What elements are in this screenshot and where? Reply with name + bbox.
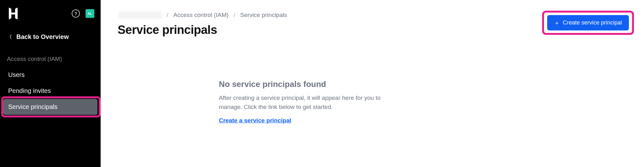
avatar[interactable]: AL <box>86 9 94 18</box>
sidebar-section-label: Access control (IAM) <box>0 45 101 67</box>
sidebar-top: ? AL <box>0 7 101 29</box>
sidebar-item-users[interactable]: Users <box>0 67 101 83</box>
empty-state-description: After creating a service principal, it w… <box>219 94 395 111</box>
sidebar-top-right: ? AL <box>72 9 94 18</box>
sidebar-item-service-principals[interactable]: Service principals <box>3 99 97 115</box>
create-button-wrap: ＋ Create service principal <box>547 15 629 30</box>
breadcrumb-separator: / <box>234 12 235 19</box>
chevron-left-icon: 〈 <box>7 35 12 40</box>
main-content: / Access control (IAM) / Service princip… <box>101 0 644 167</box>
create-button-label: Create service principal <box>563 19 622 26</box>
help-icon[interactable]: ? <box>72 9 80 18</box>
back-link-label: Back to Overview <box>16 33 69 40</box>
empty-state: No service principals found After creati… <box>219 79 395 124</box>
breadcrumb-redacted <box>118 11 162 19</box>
back-to-overview-link[interactable]: 〈 Back to Overview <box>0 29 101 45</box>
sidebar: ? AL 〈 Back to Overview Access control (… <box>0 0 101 167</box>
sidebar-item-pending-invites[interactable]: Pending invites <box>0 83 101 99</box>
page-title: Service principals <box>118 23 217 37</box>
hashicorp-logo-icon[interactable] <box>7 7 19 20</box>
plus-icon: ＋ <box>554 20 560 26</box>
page-header: Service principals ＋ Create service prin… <box>118 23 631 37</box>
breadcrumb-current: Service principals <box>240 12 287 19</box>
create-service-principal-button[interactable]: ＋ Create service principal <box>547 15 629 30</box>
empty-state-title: No service principals found <box>219 79 395 89</box>
create-service-principal-link[interactable]: Create a service principal <box>219 117 291 124</box>
svg-rect-0 <box>11 13 15 14</box>
breadcrumb-iam[interactable]: Access control (IAM) <box>173 12 228 19</box>
sidebar-item-service-principals-wrap: Service principals <box>0 99 101 115</box>
breadcrumb-separator: / <box>167 12 168 19</box>
